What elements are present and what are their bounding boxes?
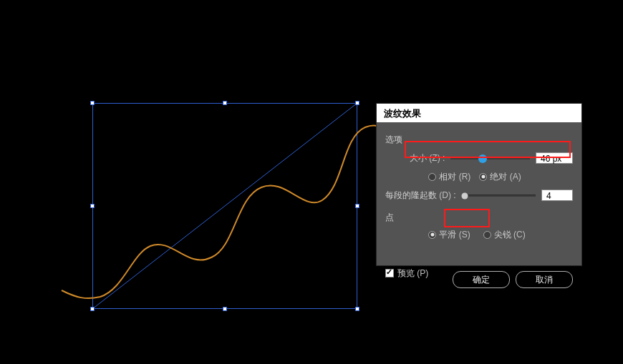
selection-handle-tr[interactable] [355, 101, 359, 105]
zigzag-dialog: 波纹效果 选项 大小 (Z) : 46 px 相对 [376, 103, 582, 266]
ridges-label: 每段的隆起数 (D) : [385, 190, 456, 202]
size-mode-row: 相对 (R) 绝对 (A) [385, 170, 573, 183]
selection-handle-bm[interactable] [223, 307, 227, 311]
radio-smooth[interactable]: 平滑 (S) [424, 227, 474, 242]
size-row: 大小 (Z) : 46 px [407, 150, 573, 166]
points-row: 平滑 (S) 尖锐 (C) [385, 228, 573, 241]
ok-button[interactable]: 确定 [453, 271, 510, 288]
canvas-background: 波纹效果 选项 大小 (Z) : 46 px 相对 [0, 0, 623, 364]
radio-absolute[interactable]: 绝对 (A) [479, 171, 521, 183]
selection-handle-tm[interactable] [223, 101, 227, 105]
ridges-field[interactable]: 4 [541, 190, 573, 201]
size-field[interactable]: 46 px [536, 152, 573, 164]
selection-handle-br[interactable] [355, 307, 359, 311]
options-section-label: 选项 [385, 134, 573, 146]
size-slider-thumb[interactable] [478, 154, 487, 163]
size-label: 大小 (Z) : [410, 152, 445, 164]
size-slider[interactable] [450, 157, 530, 159]
dialog-title: 波纹效果 [377, 104, 581, 122]
radio-relative[interactable]: 相对 (R) [428, 171, 470, 183]
selection-handle-tl[interactable] [90, 101, 95, 105]
selection-handle-ml[interactable] [90, 204, 95, 208]
dialog-body: 选项 大小 (Z) : 46 px 相对 (R) [377, 122, 581, 297]
selection-handle-mr[interactable] [355, 204, 359, 208]
cancel-button[interactable]: 取消 [516, 271, 573, 288]
preview-checkbox[interactable]: 预览 (P) [385, 267, 428, 280]
ridges-slider-thumb[interactable] [461, 192, 468, 199]
selection-handle-bl[interactable] [90, 307, 95, 311]
dialog-footer: 预览 (P) 确定 取消 [385, 258, 573, 288]
points-section-label: 点 [385, 212, 573, 224]
radio-corner[interactable]: 尖锐 (C) [483, 229, 526, 241]
ridges-row: 每段的隆起数 (D) : 4 [385, 189, 573, 202]
ridges-slider[interactable] [462, 195, 536, 197]
